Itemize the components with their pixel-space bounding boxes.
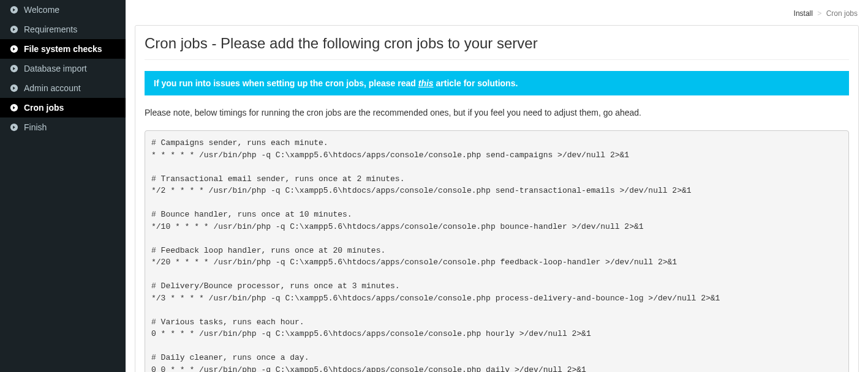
circle-arrow-icon [9, 25, 19, 34]
sidebar-item-label: Requirements [24, 24, 77, 34]
sidebar-item-finish[interactable]: Finish [0, 117, 126, 137]
sidebar-item-label: Admin account [24, 83, 81, 93]
page-title: Cron jobs - Please add the following cro… [145, 35, 849, 60]
sidebar-item-label: File system checks [24, 44, 102, 54]
content-panel: Cron jobs - Please add the following cro… [135, 25, 859, 372]
breadcrumb-separator: > [817, 9, 821, 18]
sidebar-item-database-import[interactable]: Database import [0, 59, 126, 78]
circle-arrow-icon [9, 6, 19, 14]
circle-arrow-icon [9, 45, 19, 53]
sidebar-item-requirements[interactable]: Requirements [0, 20, 126, 39]
alert-text-prefix: If you run into issues when setting up t… [154, 78, 418, 88]
sidebar: Welcome Requirements File system checks … [0, 0, 126, 372]
alert-link[interactable]: this [418, 78, 434, 88]
note-text: Please note, below timings for running t… [145, 106, 849, 119]
sidebar-item-cron-jobs[interactable]: Cron jobs [0, 98, 126, 117]
main-content: Install > Cron jobs Cron jobs - Please a… [126, 0, 868, 372]
sidebar-item-label: Database import [24, 64, 87, 73]
sidebar-item-label: Welcome [24, 5, 59, 15]
sidebar-item-welcome[interactable]: Welcome [0, 0, 126, 20]
info-alert: If you run into issues when setting up t… [145, 71, 849, 95]
breadcrumb: Install > Cron jobs [135, 9, 859, 18]
circle-arrow-icon [9, 84, 19, 92]
circle-arrow-icon [9, 103, 19, 112]
alert-text-suffix: article for solutions. [434, 78, 518, 88]
breadcrumb-item-current: Cron jobs [826, 9, 858, 18]
breadcrumb-item[interactable]: Install [794, 9, 813, 18]
sidebar-item-label: Cron jobs [24, 103, 64, 113]
circle-arrow-icon [9, 123, 19, 132]
sidebar-item-label: Finish [24, 122, 47, 132]
circle-arrow-icon [9, 64, 19, 73]
cron-code-block: # Campaigns sender, runs each minute. * … [145, 130, 849, 372]
sidebar-item-admin-account[interactable]: Admin account [0, 78, 126, 98]
sidebar-item-filesystem-checks[interactable]: File system checks [0, 39, 126, 59]
